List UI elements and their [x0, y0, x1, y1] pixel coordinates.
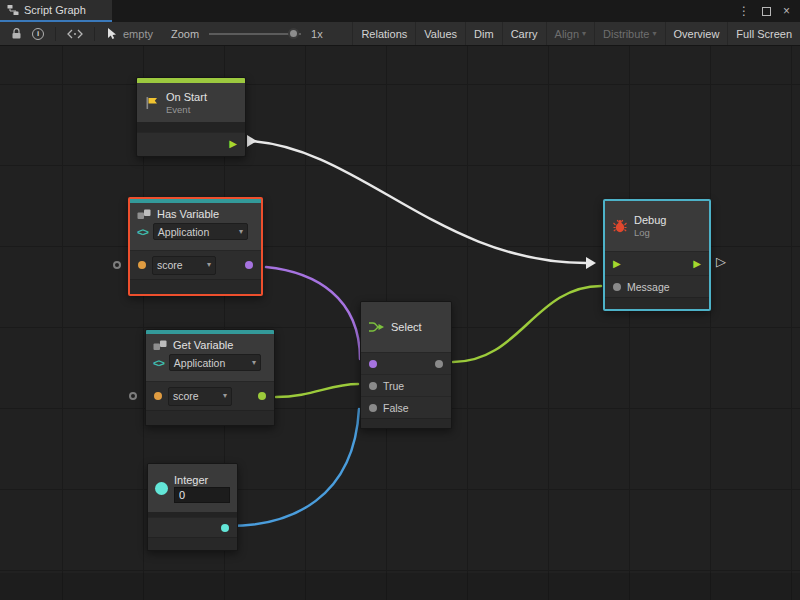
node-footer — [148, 537, 237, 550]
graph-icon — [7, 4, 19, 16]
false-input-port[interactable] — [369, 404, 377, 412]
zoom-value: 1x — [311, 28, 323, 40]
wire-end-arrowhead — [586, 257, 596, 269]
window-menu-icon[interactable]: ⋮ — [738, 5, 750, 17]
lock-icon[interactable] — [11, 28, 22, 40]
integer-output-port[interactable] — [221, 524, 229, 532]
wire-integer-to-select-false[interactable] — [229, 409, 359, 526]
unconnected-input-indicator[interactable] — [129, 392, 137, 400]
variables-icon — [137, 209, 152, 220]
node-title: Get Variable — [173, 339, 233, 351]
variable-scope-dropdown[interactable]: Application ▾ — [153, 223, 248, 240]
bug-icon — [612, 218, 628, 234]
variable-name-dropdown[interactable]: score ▾ — [152, 256, 216, 275]
node-get-variable[interactable]: Get Variable <> Application ▾ score ▾ — [145, 329, 275, 426]
maximize-icon[interactable] — [762, 7, 771, 16]
node-select[interactable]: Select True False — [360, 301, 452, 429]
overview-button[interactable]: Overview — [665, 22, 728, 45]
node-subtitle: Log — [634, 227, 702, 238]
node-has-variable[interactable]: Has Variable <> Application ▾ score ▾ — [128, 197, 263, 296]
carry-button[interactable]: Carry — [502, 22, 546, 45]
node-title: Integer — [174, 474, 230, 486]
node-footer — [146, 410, 274, 425]
variable-name-input-port[interactable] — [154, 392, 162, 400]
wire-onstart-to-debuglog[interactable] — [250, 141, 586, 263]
info-icon[interactable]: i — [32, 28, 44, 40]
flow-continue-indicator: ▷ — [716, 255, 726, 268]
node-title: Has Variable — [157, 208, 219, 220]
node-subtitle: Event — [166, 104, 238, 115]
node-body-gap — [137, 122, 245, 132]
node-title: Select — [391, 321, 422, 333]
node-title: Debug — [634, 214, 702, 226]
caret-down-icon: ▾ — [239, 228, 243, 236]
script-graph-window: Script Graph ⋮ × i empty Zoom 1x — [0, 0, 800, 600]
zoom-label: Zoom — [171, 28, 199, 40]
graph-toolbar: i empty Zoom 1x Relations Values Dim Car… — [0, 22, 800, 46]
toolbar-buttons: Relations Values Dim Carry Align ▾ Distr… — [352, 22, 800, 45]
integer-type-icon — [155, 482, 168, 495]
node-title: On Start — [166, 91, 238, 103]
tab-script-graph[interactable]: Script Graph — [0, 0, 112, 22]
wire-hasvariable-to-select[interactable] — [266, 267, 360, 359]
caret-down-icon: ▾ — [223, 392, 227, 400]
relations-button[interactable]: Relations — [352, 22, 415, 45]
port-label-message: Message — [627, 281, 670, 293]
condition-input-port[interactable] — [369, 360, 377, 368]
variable-scope-dropdown[interactable]: Application ▾ — [169, 354, 261, 371]
true-input-port[interactable] — [369, 382, 377, 390]
node-footer — [361, 418, 451, 428]
selection-status: empty — [123, 28, 153, 40]
toolbar-separator — [55, 27, 56, 41]
graph-canvas[interactable]: On Start Event ▶ Has Variable — [0, 46, 800, 600]
caret-down-icon: ▾ — [252, 359, 256, 367]
port-label-false: False — [383, 402, 409, 414]
control-output-port[interactable]: ▶ — [693, 259, 701, 269]
full-screen-button[interactable]: Full Screen — [727, 22, 800, 45]
node-debug-log[interactable]: Debug Log ▶ ▶ Message — [603, 199, 711, 311]
close-icon[interactable]: × — [783, 5, 790, 17]
control-output-port[interactable]: ▶ — [229, 139, 237, 149]
angle-brackets-icon[interactable] — [67, 29, 83, 39]
selection-output-port[interactable] — [435, 360, 443, 368]
integer-value-input[interactable] — [174, 487, 230, 503]
zoom-slider[interactable] — [209, 27, 301, 41]
toolbar-separator — [94, 27, 95, 41]
values-button[interactable]: Values — [415, 22, 465, 45]
variables-icon — [153, 340, 168, 351]
titlebar: Script Graph ⋮ × — [0, 0, 800, 22]
node-integer[interactable]: Integer — [147, 463, 238, 551]
cursor-icon — [106, 27, 118, 40]
dim-button[interactable]: Dim — [465, 22, 502, 45]
bool-output-port[interactable] — [245, 261, 253, 269]
align-button[interactable]: Align ▾ — [546, 22, 594, 45]
flag-icon — [144, 96, 160, 110]
wire-select-to-debuglog-message[interactable] — [453, 286, 601, 362]
tab-title: Script Graph — [24, 4, 86, 16]
caret-down-icon: ▾ — [207, 261, 211, 269]
value-output-port[interactable] — [258, 392, 266, 400]
unconnected-input-indicator[interactable] — [113, 261, 121, 269]
node-on-start[interactable]: On Start Event ▶ — [136, 77, 246, 157]
variable-kind-icon: <> — [153, 357, 164, 369]
node-footer — [605, 297, 709, 309]
variable-name-input-port[interactable] — [138, 261, 146, 269]
wire-start-arrowhead — [247, 135, 257, 147]
caret-down-icon: ▾ — [582, 30, 586, 38]
control-input-port[interactable]: ▶ — [613, 259, 621, 269]
variable-kind-icon: <> — [137, 226, 148, 238]
window-controls: ⋮ × — [738, 0, 800, 22]
caret-down-icon: ▾ — [653, 30, 657, 38]
port-label-true: True — [383, 380, 404, 392]
node-footer — [130, 279, 261, 294]
distribute-button[interactable]: Distribute ▾ — [594, 22, 664, 45]
wire-getvariable-to-select-true[interactable] — [276, 384, 358, 397]
select-icon — [368, 321, 385, 333]
zoom-slider-handle[interactable] — [288, 28, 299, 39]
variable-name-dropdown[interactable]: score ▾ — [168, 387, 232, 406]
message-input-port[interactable] — [613, 283, 621, 291]
